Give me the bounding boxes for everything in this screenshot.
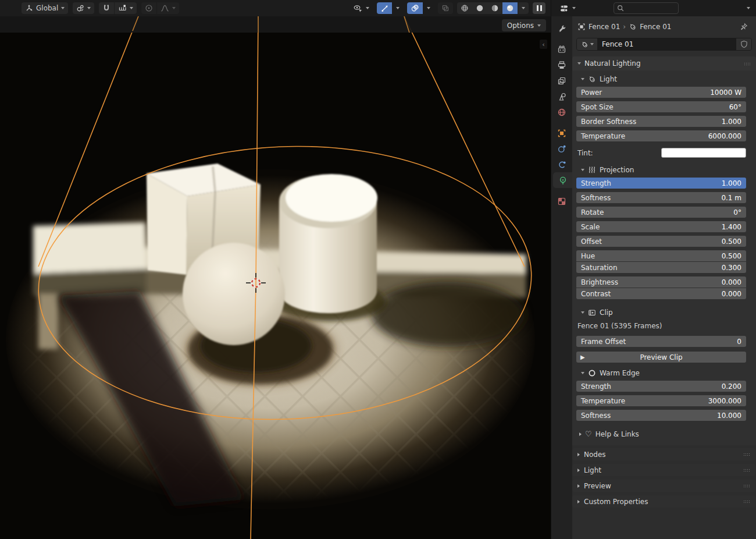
- fake-user-toggle[interactable]: [736, 38, 751, 50]
- tab-object-data-light[interactable]: [553, 172, 572, 188]
- field-brightness[interactable]: Brightness0.000: [576, 276, 746, 288]
- field-spot-size[interactable]: Spot Size60°: [576, 101, 746, 112]
- panel-title: Nodes: [584, 451, 606, 459]
- chevron-right-icon: [577, 500, 580, 503]
- drag-handle-dots[interactable]: [743, 469, 750, 471]
- search-icon: [617, 5, 624, 12]
- rendered-scene: [0, 16, 551, 539]
- field-we-temperature[interactable]: Temperature3000.000: [576, 395, 746, 406]
- subpanel-header-help-links[interactable]: ♡ Help & Links: [572, 427, 756, 441]
- panel-nodes-collapsed[interactable]: Nodes: [572, 448, 755, 460]
- datablock-type-dropdown[interactable]: [577, 38, 597, 50]
- shading-dropdown[interactable]: [518, 2, 529, 14]
- panel-title: Natural Lighting: [584, 59, 641, 68]
- properties-search-input[interactable]: [626, 5, 675, 12]
- tab-scene[interactable]: [551, 88, 572, 104]
- overlays-circles-icon: [411, 4, 419, 12]
- tab-world[interactable]: [551, 104, 572, 120]
- tab-texture[interactable]: [551, 193, 572, 209]
- properties-editor: Fence 01 › Fence 01: [551, 16, 756, 539]
- tint-color-swatch[interactable]: [661, 148, 746, 158]
- top-bar: Global: [0, 0, 756, 16]
- field-we-strength[interactable]: Strength0.200: [576, 381, 746, 392]
- panel-preview-collapsed[interactable]: Preview: [572, 480, 755, 492]
- field-hue[interactable]: Hue0.500: [576, 250, 746, 261]
- subpanel-title: Warm Edge: [600, 369, 640, 377]
- panel-custom-properties-collapsed[interactable]: Custom Properties: [572, 495, 755, 508]
- field-softness[interactable]: Softness0.1 m: [576, 192, 746, 203]
- preview-clip-label: Preview Clip: [640, 353, 682, 361]
- shading-solid-button[interactable]: [472, 2, 487, 14]
- proportional-falloff-dropdown[interactable]: [157, 2, 179, 14]
- tab-physics[interactable]: [551, 141, 572, 157]
- chevron-down-icon: [577, 62, 581, 65]
- gizmos-toggle[interactable]: [377, 2, 392, 14]
- chevron-down-icon: [581, 372, 584, 374]
- editor-type-dropdown[interactable]: [556, 2, 579, 14]
- pivot-point-dropdown[interactable]: [73, 2, 94, 14]
- xray-toggle[interactable]: [438, 2, 453, 14]
- chevron-down-icon: [172, 7, 176, 9]
- overlays-dropdown[interactable]: [423, 2, 434, 14]
- field-strength[interactable]: Strength1.000: [576, 178, 746, 189]
- subpanel-header-clip[interactable]: Clip: [572, 306, 756, 319]
- drag-handle-dots[interactable]: [743, 453, 750, 456]
- tab-render[interactable]: [551, 41, 572, 57]
- drag-handle-dots[interactable]: [743, 500, 750, 503]
- chevron-down-icon: [366, 7, 369, 9]
- drag-handle-dots[interactable]: [744, 62, 751, 65]
- transform-orientation-dropdown[interactable]: Global: [22, 2, 68, 14]
- snap-toggle[interactable]: [99, 2, 114, 14]
- field-border-softness[interactable]: Border Softness1.000: [576, 116, 746, 127]
- tab-object[interactable]: [551, 125, 572, 141]
- field-saturation[interactable]: Saturation0.300: [576, 262, 746, 273]
- proportional-editing-toggle[interactable]: [141, 2, 156, 14]
- properties-editor-header: [551, 0, 756, 16]
- pause-button[interactable]: [533, 2, 545, 14]
- overlays-toggle[interactable]: [407, 2, 423, 14]
- shading-rendered-button[interactable]: [502, 2, 518, 14]
- chevron-down-icon: [522, 7, 525, 9]
- sidebar-toggle-arrow[interactable]: ‹: [540, 40, 547, 49]
- field-power[interactable]: Power10000 W: [576, 87, 746, 98]
- preview-clip-button[interactable]: ▶ Preview Clip: [576, 352, 746, 363]
- breadcrumb-object[interactable]: Fence 01: [589, 23, 620, 31]
- datablock-name-input[interactable]: [597, 38, 736, 50]
- tab-constraints[interactable]: [551, 157, 572, 172]
- field-frame-offset[interactable]: Frame Offset0: [576, 336, 746, 347]
- gizmos-dropdown[interactable]: [393, 2, 403, 14]
- pin-icon[interactable]: [740, 23, 748, 31]
- breadcrumb-data[interactable]: Fence 01: [640, 23, 671, 31]
- panel-light-collapsed[interactable]: Light: [572, 464, 755, 476]
- field-contrast[interactable]: Contrast0.000: [576, 288, 746, 299]
- shading-wireframe-button[interactable]: [457, 2, 472, 14]
- subpanel-header-light[interactable]: Light: [572, 72, 756, 86]
- field-we-softness[interactable]: Softness10.000: [576, 410, 746, 421]
- rendered-sphere-icon: [506, 4, 514, 12]
- shading-material-button[interactable]: [487, 2, 502, 14]
- header-menu-chevron[interactable]: [747, 7, 750, 9]
- properties-search[interactable]: [614, 2, 679, 14]
- chevron-down-icon: [87, 7, 91, 9]
- drag-handle-dots[interactable]: [743, 484, 750, 487]
- tab-view-layer[interactable]: [551, 73, 572, 88]
- viewport-header-right: [350, 2, 545, 14]
- clip-icon: [588, 308, 596, 317]
- properties-content: Fence 01 › Fence 01: [572, 16, 756, 539]
- field-scale[interactable]: Scale1.400: [576, 221, 746, 232]
- subpanel-header-warm-edge[interactable]: Warm Edge: [572, 366, 756, 380]
- snap-target-dropdown[interactable]: [115, 2, 137, 14]
- field-rotate[interactable]: Rotate0°: [576, 207, 746, 218]
- subpanel-header-projection[interactable]: Projection: [572, 163, 756, 176]
- panel-header-natural-lighting[interactable]: Natural Lighting: [572, 56, 756, 70]
- field-offset[interactable]: Offset0.500: [576, 236, 746, 247]
- blender-window: Global: [0, 0, 756, 539]
- viewport-3d[interactable]: Options ‹: [0, 16, 551, 539]
- field-temperature[interactable]: Temperature6000.000: [576, 130, 746, 141]
- panel-title: Light: [584, 466, 601, 474]
- tab-output[interactable]: [551, 57, 572, 73]
- wireframe-sphere-icon: [461, 4, 469, 12]
- options-dropdown[interactable]: Options: [502, 19, 546, 31]
- visibility-dropdown[interactable]: [350, 2, 373, 14]
- tab-tool[interactable]: [551, 20, 572, 36]
